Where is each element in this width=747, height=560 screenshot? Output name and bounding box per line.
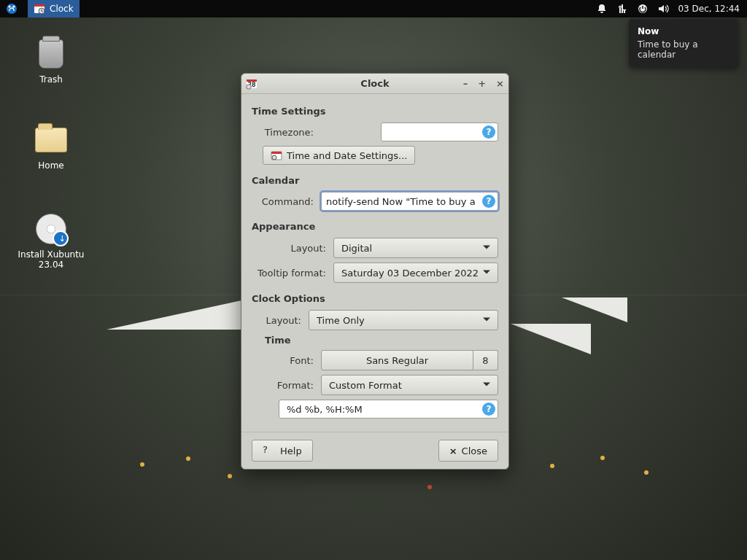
taskbar-item-label: Clock <box>50 4 74 14</box>
svg-point-1 <box>8 5 10 7</box>
power-icon[interactable] <box>637 3 649 15</box>
font-size-value[interactable]: 8 <box>473 350 498 370</box>
network-icon[interactable] <box>616 3 628 15</box>
svg-point-2 <box>12 5 15 7</box>
svg-point-10 <box>247 85 251 89</box>
wallpaper-triangle <box>107 297 258 330</box>
section-clock-options: Clock Options <box>252 293 498 304</box>
folder-icon <box>35 128 67 152</box>
notifications-icon[interactable] <box>596 3 608 15</box>
label-command: Command: <box>252 196 321 207</box>
calendar-clock-icon: 28 <box>246 78 258 90</box>
window-maximize-button[interactable]: + <box>478 78 486 89</box>
clock-layout-combo[interactable]: Time Only <box>309 310 498 330</box>
format-string-input[interactable] <box>279 400 498 419</box>
appearance-layout-combo[interactable]: Digital <box>333 238 498 258</box>
button-label: Time and Date Settings... <box>287 150 407 161</box>
wallpaper-dot <box>550 464 554 468</box>
desktop-icon-installer[interactable]: ↓ Install Xubuntu 23.04 <box>15 211 88 270</box>
combo-value: Time Only <box>317 315 365 326</box>
help-icon[interactable]: ? <box>482 125 495 139</box>
combo-value: Saturday 03 December 2022 <box>341 268 479 279</box>
wallpaper-dot <box>427 485 432 489</box>
svg-point-0 <box>7 4 17 14</box>
calendar-clock-icon <box>34 3 45 15</box>
svg-point-13 <box>272 155 276 160</box>
help-button[interactable]: ? Help <box>252 440 313 462</box>
top-panel: Clock 03 Dec, 12:44 <box>0 0 747 18</box>
wallpaper-dot <box>600 456 605 460</box>
notification-title: Now <box>638 26 729 36</box>
format-combo[interactable]: Custom Format <box>321 375 498 395</box>
label-timezone: Timezone: <box>252 127 321 138</box>
combo-value: Sans Regular <box>366 355 428 366</box>
time-date-settings-button[interactable]: Time and Date Settings... <box>263 146 415 165</box>
command-input[interactable] <box>321 192 498 211</box>
font-name-button[interactable]: Sans Regular <box>321 350 473 370</box>
xfce-mouse-icon <box>6 3 18 15</box>
timezone-input[interactable] <box>381 122 498 141</box>
tooltip-format-combo[interactable]: Saturday 03 December 2022 <box>333 262 498 283</box>
close-icon: × <box>449 446 457 456</box>
section-appearance: Appearance <box>252 221 498 232</box>
panel-clock[interactable]: 03 Dec, 12:44 <box>678 4 740 14</box>
label-format: Format: <box>252 380 321 391</box>
desktop-icon-label: Install Xubuntu <box>15 249 88 260</box>
button-label: Help <box>280 446 302 456</box>
taskbar-item-clock[interactable]: Clock <box>28 0 80 18</box>
notification-toast[interactable]: Now Time to buy a calendar <box>629 19 738 67</box>
help-icon[interactable]: ? <box>482 402 495 416</box>
wallpaper-triangle <box>511 324 591 354</box>
section-time: Time <box>265 335 498 346</box>
window-close-button[interactable]: × <box>496 78 504 89</box>
desktop-icon-trash[interactable]: Trash <box>15 36 88 85</box>
help-icon: ? <box>263 444 276 457</box>
wallpaper-dot <box>140 462 144 467</box>
svg-rect-4 <box>34 4 44 7</box>
section-time-settings: Time Settings <box>252 106 498 117</box>
desktop-icon-label: Home <box>15 160 88 171</box>
dialog-titlebar[interactable]: 28 Clock – + × <box>241 74 508 94</box>
help-icon[interactable]: ? <box>482 195 495 208</box>
label-font: Font: <box>252 355 321 366</box>
volume-icon[interactable] <box>657 3 669 15</box>
notification-body: Time to buy a calendar <box>638 39 729 60</box>
wallpaper-dot <box>228 474 232 478</box>
settings-calendar-icon <box>271 149 282 161</box>
close-button[interactable]: × Close <box>438 440 498 462</box>
applications-menu-button[interactable] <box>0 0 28 18</box>
label-layout: Layout: <box>252 243 333 254</box>
button-label: Close <box>462 446 487 456</box>
svg-rect-12 <box>271 152 282 154</box>
wallpaper-triangle <box>562 298 627 322</box>
desktop-icon-label: 23.04 <box>15 260 88 270</box>
combo-value: Custom Format <box>329 380 402 391</box>
label-tooltip-format: Tooltip format: <box>252 268 333 279</box>
window-minimize-button[interactable]: – <box>463 78 468 89</box>
trash-icon <box>39 39 63 69</box>
desktop-icon-home[interactable]: Home <box>15 122 88 171</box>
combo-value: Digital <box>341 243 372 254</box>
wallpaper-dot <box>186 456 190 461</box>
dialog-title: Clock <box>360 78 389 89</box>
desktop-icon-label: Trash <box>15 74 88 85</box>
wallpaper-dot <box>644 470 649 475</box>
clock-properties-dialog: 28 Clock – + × Time Settings Timezone: ?… <box>241 73 509 470</box>
label-clock-layout: Layout: <box>252 315 309 326</box>
installer-disc-icon: ↓ <box>36 214 66 244</box>
section-calendar: Calendar <box>252 175 498 186</box>
